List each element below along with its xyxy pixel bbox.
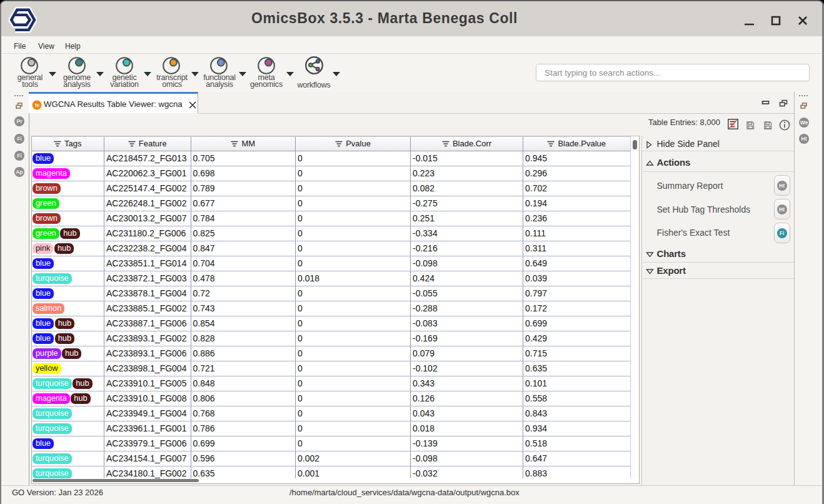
svg-text:Tc: Tc (34, 103, 39, 108)
